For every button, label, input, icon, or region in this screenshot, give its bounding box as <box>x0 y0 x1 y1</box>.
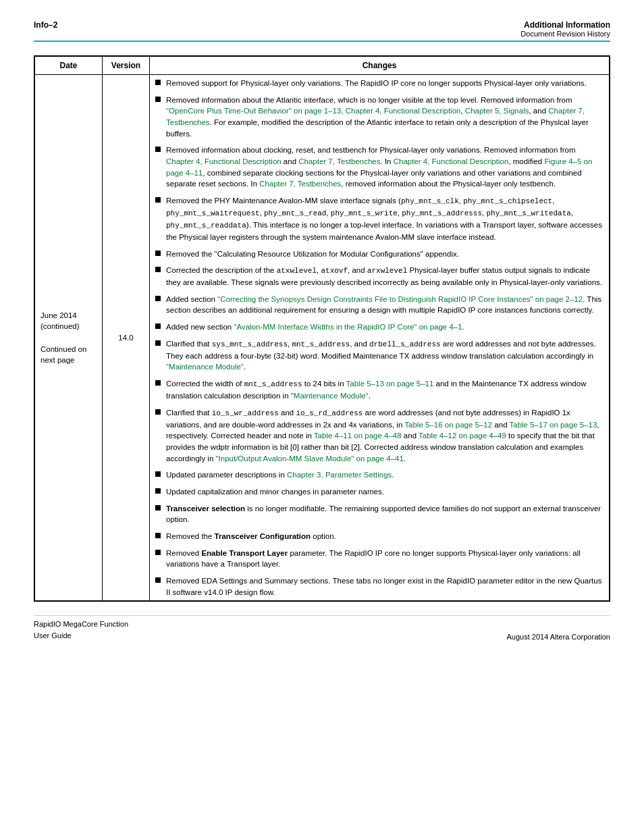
link[interactable]: Chapter 3, Parameter Settings <box>287 471 392 479</box>
bullet-icon <box>155 197 161 203</box>
list-item-content: Clarified that io_s_wr_address and io_s_… <box>166 407 603 465</box>
bullet-icon <box>155 380 161 386</box>
col-changes: Changes <box>150 57 610 75</box>
page-footer: RapidIO MegaCore Function User Guide Aug… <box>34 615 610 641</box>
link[interactable]: Chapter 4, Functional Description <box>166 157 281 165</box>
list-item-content: Added section "Correcting the Synopsys D… <box>166 294 603 316</box>
code: phy_mnt_s_write <box>331 209 398 217</box>
link[interactable]: "OpenCore Plus Time-Out Behavior" on pag… <box>166 107 344 115</box>
bullet-icon <box>155 505 161 511</box>
list-item: Clarified that sys_mnt_s_address, mnt_s_… <box>155 338 603 373</box>
bullet-icon <box>155 577 161 583</box>
list-item: Corrected the description of the atxwlev… <box>155 265 603 288</box>
list-item-content: Removed information about the Atlantic i… <box>166 95 603 140</box>
bullet-icon <box>155 488 161 494</box>
list-item-content: Removed Enable Transport Layer parameter… <box>166 548 603 570</box>
code: drbell_s_address <box>369 340 441 348</box>
footer-product: RapidIO MegaCore Function <box>34 619 128 630</box>
list-item: Removed EDA Settings and Summary section… <box>155 575 603 598</box>
col-date: Date <box>35 57 103 75</box>
link[interactable]: Chapter 4, Functional Description <box>346 107 461 115</box>
list-item-content: Updated capitalization and minor changes… <box>166 486 603 498</box>
bullet-icon <box>155 340 161 346</box>
bullet-icon <box>155 471 161 477</box>
code: arxwlevel <box>367 267 407 275</box>
page: Info–2 Additional Information Document R… <box>0 0 644 834</box>
list-item: Transceiver selection is no longer modif… <box>155 503 603 525</box>
list-item-content: Added new section "Avalon-MM Interface W… <box>166 321 603 333</box>
list-item: Removed support for Physical-layer only … <box>155 78 603 89</box>
code: mnt_s_address <box>244 380 302 388</box>
header-right-sub: Document Revision History <box>520 30 610 38</box>
link[interactable]: "Avalon-MM Interface Widths in the Rapid… <box>234 323 462 331</box>
list-item-content: Removed information about clocking, rese… <box>166 145 603 190</box>
list-item: Corrected the width of mnt_s_address to … <box>155 378 603 402</box>
code: phy_mnt_s_clk <box>401 197 459 205</box>
list-item: Removed information about the Atlantic i… <box>155 95 603 140</box>
revision-table: Date Version Changes June 2014(continued… <box>34 55 610 602</box>
list-item: Clarified that io_s_wr_address and io_s_… <box>155 407 603 465</box>
list-item: Added new section "Avalon-MM Interface W… <box>155 321 603 333</box>
col-version: Version <box>103 57 150 75</box>
header-left: Info–2 <box>34 20 57 30</box>
bullet-icon <box>155 147 161 152</box>
code: phy_mnt_s_chipselect <box>463 197 552 205</box>
link[interactable]: Chapter 7, Testbenches <box>298 157 380 165</box>
bold-label: Transceiver Configuration <box>215 532 311 540</box>
bold-label: Enable Transport Layer <box>201 549 288 557</box>
link[interactable]: Chapter 5, Signals <box>465 107 529 115</box>
code: phy_mnt_s_read <box>264 209 326 217</box>
link[interactable]: Table 5–17 on page 5–13 <box>510 421 597 429</box>
bullet-icon <box>155 533 161 538</box>
list-item: Removed Enable Transport Layer parameter… <box>155 548 603 570</box>
code: phy_mnt_s_addresss <box>402 209 482 217</box>
page-header: Info–2 Additional Information Document R… <box>34 20 610 42</box>
link[interactable]: Table 4–11 on page 4–48 <box>314 432 402 440</box>
changes-cell: Removed support for Physical-layer only … <box>150 75 610 601</box>
link[interactable]: "Maintenance Module" <box>166 363 244 371</box>
list-item: Removed the Transceiver Configuration op… <box>155 531 603 542</box>
link[interactable]: Table 5–13 on page 5–11 <box>346 380 434 388</box>
code: mnt_s_address <box>292 340 350 348</box>
list-item-content: Updated parameter descriptions in Chapte… <box>166 469 603 481</box>
code: phy_mnt_s_readdata <box>166 221 246 230</box>
link[interactable]: Chapter 4, Functional Description <box>394 157 509 165</box>
list-item-content: Corrected the width of mnt_s_address to … <box>166 378 603 402</box>
bullet-icon <box>155 550 161 555</box>
bold-label: Transceiver selection <box>166 504 245 513</box>
list-item: Removed the "Calculating Resource Utiliz… <box>155 249 603 260</box>
link[interactable]: "Input/Output Avalon-MM Slave Module" on… <box>216 454 404 463</box>
footer-guide: User Guide <box>34 630 128 642</box>
list-item: Removed information about clocking, rese… <box>155 145 603 190</box>
bullet-icon <box>155 323 161 329</box>
footer-right: August 2014 Altera Corporation <box>507 633 611 641</box>
link[interactable]: "Correcting the Synopsys Design Constrai… <box>217 295 583 303</box>
list-item-content: Removed support for Physical-layer only … <box>166 78 603 89</box>
list-item: Updated parameter descriptions in Chapte… <box>155 469 603 481</box>
header-right: Additional Information Document Revision… <box>520 20 610 38</box>
code: io_s_wr_address <box>212 409 279 417</box>
list-item-content: Transceiver selection is no longer modif… <box>166 503 603 525</box>
list-item-content: Removed the "Calculating Resource Utiliz… <box>166 249 603 260</box>
link[interactable]: Table 4–12 on page 4–49 <box>419 432 506 440</box>
list-item-content: Corrected the description of the atxwlev… <box>166 265 603 288</box>
code: atxovf <box>321 267 348 275</box>
list-item-content: Removed EDA Settings and Summary section… <box>166 575 603 598</box>
list-item: Updated capitalization and minor changes… <box>155 486 603 498</box>
table-row: June 2014(continued)Continued onnext pag… <box>35 75 610 601</box>
list-item: Added section "Correcting the Synopsys D… <box>155 294 603 316</box>
bullet-icon <box>155 296 161 301</box>
link[interactable]: Table 5–16 on page 5–12 <box>404 421 492 429</box>
list-item-content: Removed the Transceiver Configuration op… <box>166 531 603 542</box>
list-item: Removed the PHY Maintenance Avalon-MM sl… <box>155 195 603 242</box>
bullet-icon <box>155 80 161 85</box>
header-right-main: Additional Information <box>520 20 610 30</box>
changes-list: Removed support for Physical-layer only … <box>155 78 603 598</box>
code: phy_mnt_s_writedata <box>486 209 570 217</box>
code: atxwlevel <box>277 267 317 275</box>
link[interactable]: Chapter 7, Testbenches <box>259 180 341 188</box>
list-item-content: Removed the PHY Maintenance Avalon-MM sl… <box>166 195 603 242</box>
bullet-icon <box>155 409 161 415</box>
link[interactable]: "Maintenance Module" <box>291 392 369 400</box>
bullet-icon <box>155 251 161 256</box>
